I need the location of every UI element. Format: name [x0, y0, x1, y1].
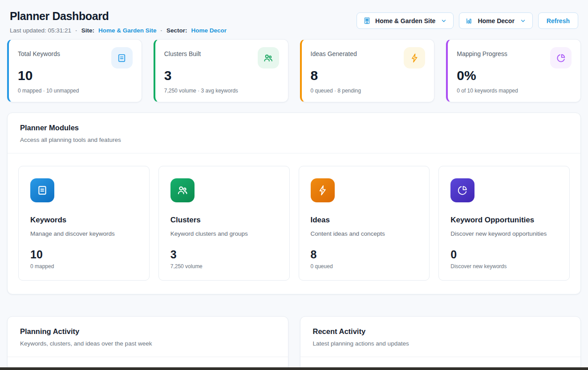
module-card-clusters[interactable]: Clusters Keyword clusters and groups 3 7… [158, 166, 290, 281]
meta-separator: · [75, 27, 77, 34]
recent-activity-panel: Recent Activity Latest planning actions … [300, 316, 581, 370]
stat-card-head: Ideas Generated [311, 47, 426, 68]
sector-link[interactable]: Home Decor [191, 27, 227, 34]
pie-chart-icon [450, 178, 474, 202]
stat-subtitle: 0 of 10 keywords mapped [457, 88, 572, 94]
stat-subtitle: 7,250 volume · 3 avg keywords [164, 88, 279, 94]
stat-title: Ideas Generated [311, 47, 357, 57]
stat-value: 3 [164, 68, 279, 83]
header-controls: Home & Garden Site Home Decor [357, 12, 578, 29]
module-value: 0 [450, 248, 558, 261]
stat-card-total-keywords: Total Keywords 10 0 mapped · 10 unmapped [7, 39, 142, 102]
stat-title: Mapping Progress [457, 47, 507, 57]
module-description: Content ideas and concepts [311, 230, 418, 237]
module-stat: 7,250 volume [170, 263, 278, 269]
stat-card-ideas-generated: Ideas Generated 8 0 queued · 8 pending [300, 39, 435, 102]
stat-subtitle: 0 mapped · 10 unmapped [18, 88, 133, 94]
sector-selector-dropdown[interactable]: Home Decor [459, 12, 532, 29]
stat-cards-row: Total Keywords 10 0 mapped · 10 unmapped… [7, 39, 581, 102]
planning-activity-subtitle: Keywords, clusters, and ideas over the p… [20, 340, 276, 347]
module-title: Clusters [170, 216, 278, 225]
stat-card-clusters-built: Clusters Built 3 7,250 volume · 3 avg ke… [154, 39, 288, 102]
chevron-down-icon [441, 18, 447, 24]
header-meta: Last updated: 05:31:21 · Site: Home & Ga… [10, 27, 227, 34]
lightning-icon [311, 178, 335, 202]
planner-modules-title: Planner Modules [20, 124, 568, 132]
planning-activity-panel: Planning Activity Keywords, clusters, an… [7, 316, 288, 370]
stat-value: 10 [18, 68, 133, 83]
chevron-down-icon [520, 18, 526, 24]
stat-title: Clusters Built [164, 47, 201, 57]
module-value: 8 [311, 248, 418, 261]
site-selector-label: Home & Garden Site [375, 17, 435, 24]
users-icon [258, 47, 279, 68]
planning-activity-title: Planning Activity [20, 327, 276, 336]
bottom-screen-edge [0, 367, 588, 370]
module-card-keyword-opportunities[interactable]: Keyword Opportunities Discover new keywo… [438, 166, 570, 281]
module-value: 3 [170, 248, 278, 261]
document-icon [111, 47, 133, 68]
meta-separator: · [160, 27, 162, 34]
planner-modules-subtitle: Access all planning tools and features [20, 137, 568, 143]
page-title: Planner Dashboard [10, 10, 227, 23]
divider [8, 357, 288, 357]
module-card-ideas[interactable]: Ideas Content ideas and concepts 8 0 que… [299, 166, 430, 281]
planner-modules-head: Planner Modules Access all planning tool… [8, 113, 580, 153]
module-description: Keyword clusters and groups [170, 230, 278, 237]
site-label: Site: [81, 27, 94, 34]
stat-subtitle: 0 queued · 8 pending [311, 88, 426, 94]
last-updated-text: Last updated: 05:31:21 [10, 27, 71, 34]
planner-modules-panel: Planner Modules Access all planning tool… [7, 113, 581, 294]
bar-chart-icon [466, 17, 473, 24]
sector-label: Sector: [166, 27, 187, 34]
site-selector-dropdown[interactable]: Home & Garden Site [357, 12, 454, 29]
recent-activity-title: Recent Activity [313, 327, 568, 336]
users-icon [170, 178, 195, 202]
module-value: 10 [30, 248, 138, 261]
pie-chart-icon [550, 47, 572, 68]
refresh-button[interactable]: Refresh [538, 12, 578, 29]
document-icon [30, 178, 54, 202]
stat-title: Total Keywords [18, 47, 60, 57]
stat-card-head: Total Keywords [18, 47, 133, 68]
module-stat: 0 mapped [30, 263, 138, 269]
stat-card-head: Mapping Progress [457, 47, 572, 68]
planning-activity-head: Planning Activity Keywords, clusters, an… [8, 317, 288, 357]
recent-activity-head: Recent Activity Latest planning actions … [300, 317, 581, 357]
lightning-icon [404, 47, 425, 68]
planner-modules-grid: Keywords Manage and discover keywords 10… [8, 153, 580, 294]
module-title: Ideas [311, 216, 418, 225]
module-card-keywords[interactable]: Keywords Manage and discover keywords 10… [18, 166, 150, 281]
module-title: Keyword Opportunities [450, 216, 558, 225]
recent-activity-subtitle: Latest planning actions and updates [313, 340, 568, 347]
module-description: Manage and discover keywords [30, 230, 138, 237]
planner-dashboard-page: Planner Dashboard Last updated: 05:31:21… [0, 0, 588, 370]
module-title: Keywords [30, 216, 138, 225]
stat-value: 0% [457, 68, 572, 83]
bottom-row: Planning Activity Keywords, clusters, an… [7, 306, 581, 370]
stat-card-mapping-progress: Mapping Progress 0% 0 of 10 keywords map… [446, 39, 581, 102]
module-stat: 0 queued [311, 263, 418, 269]
header-left: Planner Dashboard Last updated: 05:31:21… [10, 9, 227, 34]
module-description: Discover new keyword opportunities [450, 230, 558, 237]
building-icon [363, 17, 371, 24]
page-header: Planner Dashboard Last updated: 05:31:21… [7, 9, 581, 34]
stat-value: 8 [311, 68, 426, 83]
module-stat: Discover new keywords [450, 263, 558, 269]
sector-selector-label: Home Decor [478, 17, 514, 24]
site-link[interactable]: Home & Garden Site [98, 27, 157, 34]
stat-card-head: Clusters Built [164, 47, 279, 68]
